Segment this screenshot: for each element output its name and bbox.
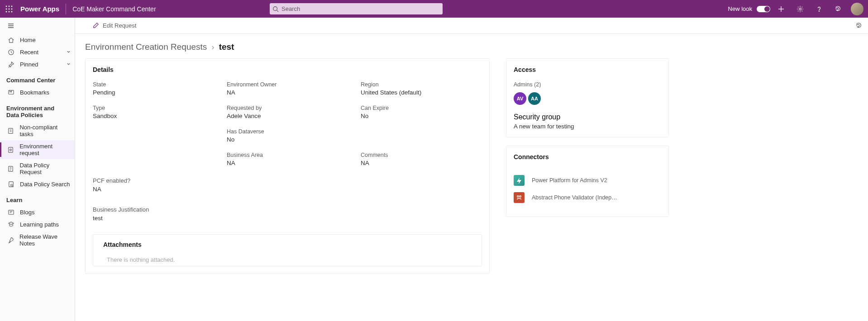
field-requested-by: Requested by Adele Vance: [227, 105, 348, 119]
sidebar: Home Recent Pinned Command Center: [0, 18, 75, 321]
connector-row-1[interactable]: Abstract Phone Validator (Indep…: [514, 192, 661, 203]
attachments-section: Attachments There is nothing attached.: [93, 234, 482, 266]
connector-row-0[interactable]: Power Platform for Admins V2: [514, 175, 661, 186]
field-business-justification-label: Business Justification: [93, 206, 482, 213]
edit-request-button[interactable]: Edit Request: [103, 22, 136, 29]
sidebar-item-label: Recent: [20, 49, 38, 56]
admins-label: Admins (2): [514, 81, 661, 88]
sidebar-item-data-policy-search[interactable]: Data Policy Search: [0, 178, 75, 190]
top-header: Power Apps CoE Maker Command Center New …: [0, 0, 868, 18]
sidebar-toggle[interactable]: [7, 22, 14, 29]
gear-icon: [796, 5, 804, 13]
new-look-toggle[interactable]: [757, 6, 770, 12]
add-button[interactable]: [773, 0, 789, 18]
sidebar-item-blogs[interactable]: Blogs: [0, 206, 75, 218]
admin-avatar-1[interactable]: AV: [514, 92, 526, 105]
svg-point-13: [799, 8, 801, 10]
waffle-icon: [5, 5, 13, 13]
svg-point-9: [273, 6, 277, 10]
svg-point-7: [8, 11, 10, 12]
field-has-dataverse: Has Dataverse No: [227, 128, 348, 143]
svg-point-1: [8, 5, 10, 7]
side-pane: Access Admins (2) AV AA Security group A…: [506, 58, 669, 321]
svg-point-3: [5, 8, 7, 9]
sidebar-section-learn: Learn: [0, 190, 75, 206]
sidebar-item-env-request[interactable]: Environment request: [0, 140, 75, 159]
chevron-right-icon: ›: [211, 42, 214, 52]
sidebar-item-home[interactable]: Home: [0, 34, 75, 46]
header-actions: New look: [728, 0, 868, 18]
sidebar-item-label: Blogs: [20, 209, 35, 216]
main-content: Edit Request Environment Creation Reques…: [75, 18, 868, 321]
sidebar-item-pinned[interactable]: Pinned: [0, 58, 75, 71]
field-pcf-enabled-label: PCF enabled?: [93, 177, 482, 184]
environment-icon: [7, 146, 14, 153]
sidebar-item-label: Pinned: [20, 61, 38, 68]
policy-icon: [7, 165, 14, 172]
svg-point-27: [517, 196, 519, 198]
new-look-label: New look: [728, 5, 752, 12]
search-input[interactable]: [281, 5, 443, 12]
app-title: CoE Maker Command Center: [72, 5, 156, 13]
task-icon: [7, 127, 14, 134]
clock-icon: [7, 49, 14, 56]
admin-avatar-2[interactable]: AA: [528, 92, 541, 105]
field-region: Region United States (default): [361, 81, 482, 96]
attachments-empty-text: There is nothing attached.: [107, 256, 472, 263]
connector-icon-abstract: [514, 192, 525, 203]
access-title: Access: [514, 66, 661, 73]
field-business-area: Business Area NA: [227, 152, 348, 166]
svg-point-25: [10, 184, 12, 186]
details-card: Details State Pending Environment Owner …: [85, 58, 490, 274]
access-card: Access Admins (2) AV AA Security group A…: [506, 58, 669, 137]
sidebar-item-data-policy-request[interactable]: Data Policy Request: [0, 159, 75, 178]
settings-button[interactable]: [792, 0, 808, 18]
sidebar-item-noncompliant[interactable]: Non-compliant tasks: [0, 121, 75, 140]
svg-line-10: [277, 10, 279, 12]
brand-title[interactable]: Power Apps: [20, 5, 59, 13]
connector-icon-power-platform: [514, 175, 525, 186]
svg-rect-21: [9, 147, 13, 152]
svg-rect-20: [9, 128, 13, 133]
sidebar-item-recent[interactable]: Recent: [0, 46, 75, 58]
policy-search-icon: [7, 181, 14, 188]
field-type: Type Sandbox: [93, 105, 214, 119]
sidebar-item-label: Environment request: [19, 143, 71, 156]
global-search[interactable]: [270, 3, 443, 14]
connectors-card: Connectors Power Platform for Admins V2 …: [506, 146, 669, 217]
security-group-value: A new team for testing: [514, 123, 661, 130]
search-icon: [270, 6, 281, 12]
copilot-header-icon[interactable]: [830, 0, 846, 18]
breadcrumb-parent[interactable]: Environment Creation Requests: [85, 42, 207, 52]
field-business-justification-value: test: [93, 215, 482, 222]
sidebar-item-label: Data Policy Request: [19, 162, 71, 175]
sidebar-item-label: Learning paths: [20, 221, 59, 228]
sidebar-item-bookmarks[interactable]: Bookmarks: [0, 86, 75, 99]
chevron-down-icon: [66, 49, 71, 56]
help-icon: [816, 5, 823, 13]
app-launcher[interactable]: [0, 0, 18, 18]
svg-point-14: [819, 10, 819, 11]
user-avatar[interactable]: [851, 3, 863, 15]
connector-name: Abstract Phone Validator (Indep…: [532, 194, 617, 201]
svg-rect-19: [8, 90, 13, 94]
details-title: Details: [93, 66, 482, 73]
svg-point-28: [520, 196, 521, 198]
learn-icon: [7, 221, 14, 228]
svg-point-0: [5, 5, 7, 7]
sidebar-item-label: Data Policy Search: [20, 181, 70, 188]
copilot-panel-button[interactable]: [853, 19, 865, 32]
svg-point-22: [10, 149, 12, 151]
svg-point-6: [5, 11, 7, 12]
field-can-expire: Can Expire No: [361, 105, 482, 119]
details-pane: Details State Pending Environment Owner …: [85, 58, 492, 321]
field-comments: Comments NA: [361, 152, 482, 166]
chevron-down-icon: [66, 61, 71, 68]
command-bar: Edit Request: [75, 18, 868, 34]
sidebar-item-learning-paths[interactable]: Learning paths: [0, 218, 75, 231]
edit-icon: [92, 22, 99, 29]
breadcrumb: Environment Creation Requests › test: [75, 34, 868, 58]
sidebar-item-release-wave[interactable]: Release Wave Notes: [0, 231, 75, 250]
attachments-title: Attachments: [103, 241, 472, 248]
help-button[interactable]: [811, 0, 827, 18]
